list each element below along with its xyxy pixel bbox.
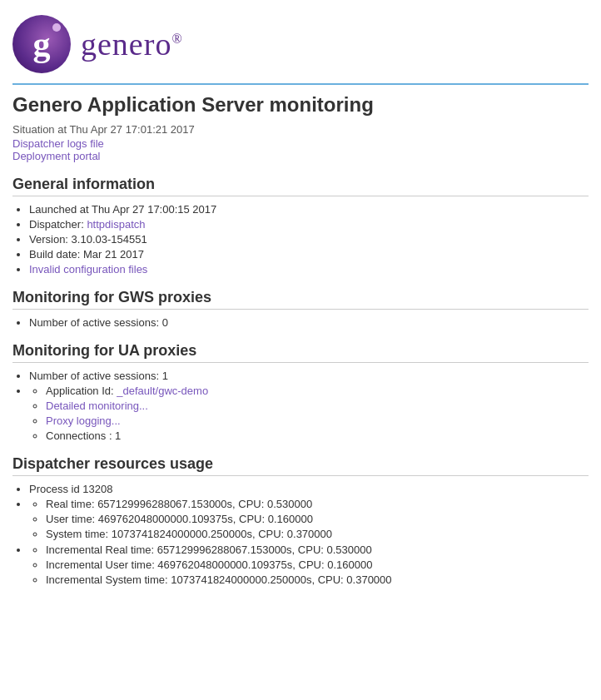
startup-resources-list: Real time: 657129996288067.153000s, CPU:…: [46, 498, 589, 540]
links-section: Dispatcher logs file Deployment portal: [12, 137, 589, 162]
ua-proxies-list: Number of active sessions: 1 Application…: [29, 370, 589, 442]
list-item: Incremental Real time: 657129996288067.1…: [46, 544, 589, 556]
list-item: Connections : 1: [46, 429, 589, 442]
list-item: User time: 469762048000000.109375s, CPU:…: [46, 513, 589, 525]
list-item: Incremental Real time: 657129996288067.1…: [29, 544, 589, 586]
list-item: Real time: 657129996288067.153000s, CPU:…: [29, 498, 589, 540]
list-item: Process id 13208: [29, 483, 589, 495]
invalid-config-link[interactable]: Invalid configuration files: [29, 263, 147, 276]
list-item: Application Id: _default/gwc-demo Detail…: [29, 385, 589, 442]
dispatcher-link[interactable]: httpdispatch: [87, 218, 145, 231]
header: g genero®: [12, 8, 589, 85]
logo-g-letter: g: [33, 27, 51, 62]
list-item: Number of active sessions: 1: [29, 370, 589, 382]
list-item: Dispatcher: httpdispatch: [29, 218, 589, 231]
list-item: Incremental User time: 469762048000000.1…: [46, 559, 589, 571]
logo-trademark: ®: [171, 32, 182, 46]
logo-dot: [52, 23, 61, 32]
list-item: Launched at Thu Apr 27 17:00:15 2017: [29, 203, 589, 216]
deployment-portal-link[interactable]: Deployment portal: [12, 150, 589, 162]
list-item: Number of active sessions: 0: [29, 316, 589, 329]
general-info-section-title: General information: [12, 176, 589, 196]
logo-text: genero®: [81, 27, 183, 62]
general-info-list: Launched at Thu Apr 27 17:00:15 2017 Dis…: [29, 203, 589, 276]
dispatcher-resources-list: Process id 13208 Real time: 657129996288…: [29, 483, 589, 586]
list-item: Proxy logging...: [46, 415, 589, 427]
situation-line: Situation at Thu Apr 27 17:01:21 2017: [12, 123, 589, 136]
ua-session-sublist: Application Id: _default/gwc-demo Detail…: [46, 385, 589, 442]
logo-brand-text: genero®: [81, 26, 183, 62]
list-item: Invalid configuration files: [29, 263, 589, 276]
list-item: Build date: Mar 21 2017: [29, 248, 589, 261]
list-item: Version: 3.10.03-154551: [29, 233, 589, 246]
detailed-monitoring-link[interactable]: Detailed monitoring...: [46, 400, 148, 412]
list-item: Detailed monitoring...: [46, 400, 589, 412]
ua-proxies-section-title: Monitoring for UA proxies: [12, 342, 589, 363]
list-item: Real time: 657129996288067.153000s, CPU:…: [46, 498, 589, 510]
dispatcher-resources-section-title: Dispatcher resources usage: [12, 455, 589, 476]
list-item: System time: 1073741824000000.250000s, C…: [46, 528, 589, 540]
logo-circle: g: [12, 15, 71, 73]
dispatcher-logs-link[interactable]: Dispatcher logs file: [12, 137, 589, 150]
gws-proxies-section-title: Monitoring for GWS proxies: [12, 289, 589, 310]
page-title: Genero Application Server monitoring: [12, 93, 589, 117]
proxy-logging-link[interactable]: Proxy logging...: [46, 415, 121, 427]
app-id-link[interactable]: _default/gwc-demo: [117, 385, 208, 397]
list-item: Incremental System time: 107374182400000…: [46, 573, 589, 586]
list-item: Application Id: _default/gwc-demo: [46, 385, 589, 397]
gws-proxies-list: Number of active sessions: 0: [29, 316, 589, 329]
last-check-resources-list: Incremental Real time: 657129996288067.1…: [46, 544, 589, 586]
